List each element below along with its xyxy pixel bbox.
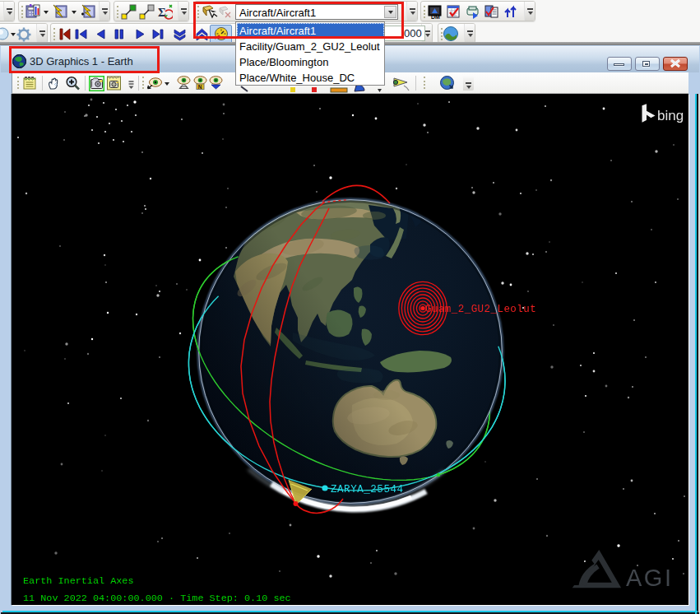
svg-text:N: N [198, 84, 202, 90]
svg-text:bing: bing [657, 108, 684, 123]
svg-text:11 Nov 2022 04:00:00.000 · Tim: 11 Nov 2022 04:00:00.000 · Time Step: 0.… [23, 593, 291, 604]
svg-text:Earth Inertial Axes: Earth Inertial Axes [23, 575, 134, 587]
svg-text:ZARYA_25544: ZARYA_25544 [331, 484, 404, 495]
svg-text:AGI: AGI [626, 565, 673, 591]
svg-text:Guam_2_GU2_Leolut: Guam_2_GU2_Leolut [425, 304, 536, 315]
svg-text:DM: DM [431, 14, 440, 20]
